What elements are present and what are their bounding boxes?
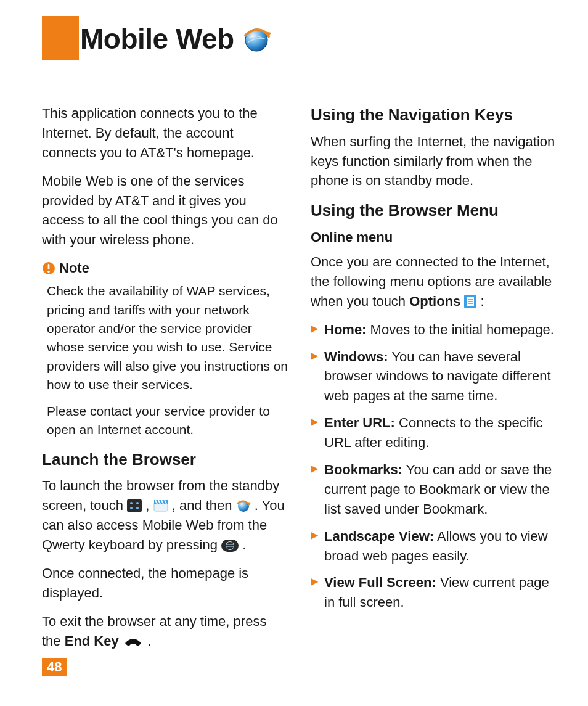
bullet-text: Landscape View: Allows you to view broad… <box>324 527 557 566</box>
options-menu-icon <box>464 295 476 308</box>
launch-paragraph-3: To exit the browser at any time, press t… <box>42 612 288 651</box>
bullet-term: Home: <box>324 322 366 337</box>
globe-browser-icon <box>242 24 271 54</box>
bullet-desc: Moves to the initial homepage. <box>366 322 554 337</box>
launch-heading: Launch the Browser <box>42 448 288 472</box>
svg-point-4 <box>47 271 50 273</box>
content-columns: This application connects you to the Int… <box>42 104 557 659</box>
bullet-term: Windows: <box>324 349 388 364</box>
bullet-term: View Full Screen: <box>324 575 436 590</box>
list-item: ▶ Home: Moves to the initial homepage. <box>311 320 557 340</box>
bullet-text: Windows: You can have several browser wi… <box>324 347 557 406</box>
intro-paragraph-2: Mobile Web is one of the services provid… <box>42 171 288 250</box>
list-item: ▶ Bookmarks: You can add or save the cur… <box>311 460 557 519</box>
triangle-bullet-icon: ▶ <box>311 573 324 612</box>
svg-point-6 <box>130 502 133 504</box>
intro-paragraph-1: This application connects you to the Int… <box>42 104 288 163</box>
list-item: ▶ View Full Screen: View current page in… <box>311 573 557 612</box>
launch-paragraph-1: To launch the browser from the standby s… <box>42 476 288 555</box>
exit-text-d: . <box>147 633 151 649</box>
manual-page: Mobile Web This application c <box>0 0 588 706</box>
online-menu-subheading: Online menu <box>311 228 557 247</box>
nav-keys-heading: Using the Navigation Keys <box>311 104 557 127</box>
svg-rect-10 <box>154 503 168 511</box>
bullet-text: Home: Moves to the initial homepage. <box>324 320 557 340</box>
list-item: ▶ Windows: You can have several browser … <box>311 347 557 406</box>
svg-point-7 <box>136 502 139 504</box>
triangle-bullet-icon: ▶ <box>311 320 324 340</box>
svg-point-9 <box>136 507 139 509</box>
list-item: ▶ Landscape View: Allows you to view bro… <box>311 527 557 566</box>
online-menu-intro: Once you are connected to the Internet, … <box>311 252 557 311</box>
svg-point-8 <box>130 507 133 509</box>
note-heading: Note <box>42 258 288 278</box>
header-accent-block <box>42 16 79 60</box>
bullet-term: Landscape View: <box>324 528 434 544</box>
bullet-text: View Full Screen: View current page in f… <box>324 573 557 612</box>
note-body: Check the availability of WAP services, … <box>47 282 288 440</box>
page-title-row: Mobile Web <box>80 22 271 55</box>
note-paragraph-1: Check the availability of WAP services, … <box>47 282 288 395</box>
triangle-bullet-icon: ▶ <box>311 527 324 566</box>
menu-intro-d: : <box>481 293 484 309</box>
page-number-badge: 48 <box>42 658 67 676</box>
bullet-text: Bookmarks: You can add or save the curre… <box>324 460 557 519</box>
launch-paragraph-2: Once connected, the homepage is displaye… <box>42 564 288 603</box>
launch-text-b: , <box>145 498 153 513</box>
end-key-label: End Key <box>65 633 119 649</box>
alert-icon <box>42 261 55 275</box>
media-clapper-icon <box>153 499 168 512</box>
triangle-bullet-icon: ▶ <box>311 413 324 453</box>
att-key-icon <box>221 540 239 552</box>
left-column: This application connects you to the Int… <box>42 104 288 659</box>
bullet-text: Enter URL: Connects to the specific URL … <box>324 413 557 453</box>
note-paragraph-2: Please contact your service provider to … <box>47 402 288 440</box>
right-column: Using the Navigation Keys When surfing t… <box>311 104 557 659</box>
page-title: Mobile Web <box>80 22 234 55</box>
nav-keys-paragraph: When surfing the Internet, the navigatio… <box>311 132 557 191</box>
list-item: ▶ Enter URL: Connects to the specific UR… <box>311 413 557 453</box>
bullet-term: Bookmarks: <box>324 462 402 477</box>
globe-small-icon <box>236 499 251 512</box>
launch-text-c: , and then <box>172 498 236 513</box>
launch-text-e: . <box>242 537 246 552</box>
triangle-bullet-icon: ▶ <box>311 460 324 519</box>
svg-rect-5 <box>127 499 142 512</box>
triangle-bullet-icon: ▶ <box>311 347 324 406</box>
browser-menu-heading: Using the Browser Menu <box>311 199 557 223</box>
svg-rect-3 <box>48 264 50 269</box>
bullet-term: Enter URL: <box>324 415 395 430</box>
options-label: Options <box>409 293 460 309</box>
apps-grid-icon <box>127 499 142 512</box>
end-call-key-icon <box>123 636 144 648</box>
note-label: Note <box>59 258 89 278</box>
